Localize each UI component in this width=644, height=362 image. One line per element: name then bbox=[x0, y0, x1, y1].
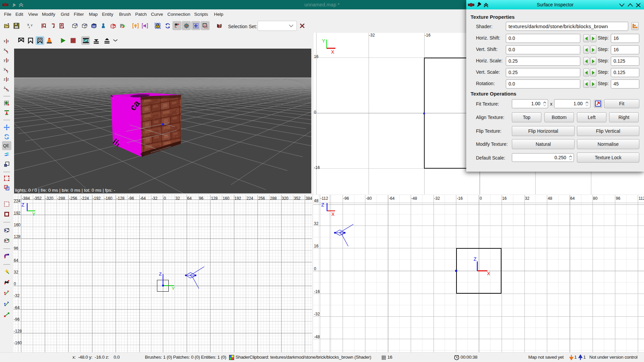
svg-text:z: z bbox=[7, 77, 9, 81]
svg-text:y: y bbox=[4, 58, 6, 62]
svg-text:x: x bbox=[4, 39, 5, 43]
svg-text:x: x bbox=[4, 48, 5, 51]
svg-text:y: y bbox=[7, 70, 8, 73]
svg-text:z: z bbox=[4, 86, 5, 89]
svg-text:X: X bbox=[331, 49, 334, 55]
svg-text:z: z bbox=[29, 26, 30, 29]
svg-text:X: X bbox=[331, 212, 335, 217]
svg-text:Y: Y bbox=[172, 286, 175, 290]
svg-text:Z: Z bbox=[321, 202, 324, 207]
svg-text:x: x bbox=[7, 51, 8, 54]
svg-text:y: y bbox=[7, 58, 9, 62]
svg-text:Z: Z bbox=[21, 202, 24, 207]
svg-text:Z: Z bbox=[159, 272, 162, 277]
svg-text:Y: Y bbox=[32, 212, 36, 217]
svg-text:x: x bbox=[7, 39, 9, 43]
svg-text:Z: Z bbox=[474, 257, 477, 262]
svg-text:Y: Y bbox=[322, 38, 325, 44]
svg-text:z: z bbox=[4, 77, 5, 81]
svg-text:Y: Y bbox=[31, 24, 33, 27]
svg-text:y: y bbox=[4, 67, 6, 71]
svg-text:X: X bbox=[487, 271, 490, 276]
svg-text:N: N bbox=[7, 89, 9, 92]
